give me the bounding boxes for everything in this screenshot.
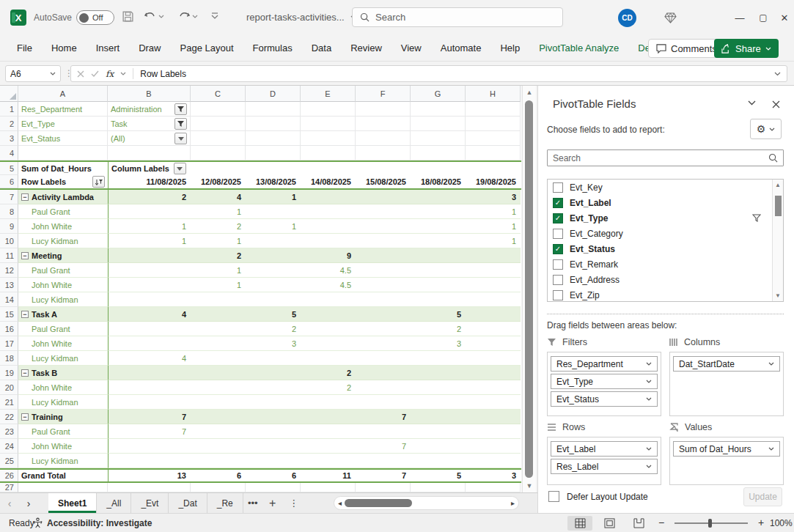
empty-cell[interactable] bbox=[466, 131, 521, 146]
empty-cell[interactable] bbox=[466, 117, 521, 131]
field-checkbox[interactable] bbox=[553, 259, 563, 270]
pivot-value-cell[interactable] bbox=[191, 307, 246, 322]
avatar[interactable]: CD bbox=[618, 9, 636, 27]
empty-cell[interactable] bbox=[108, 146, 191, 160]
pivot-value-cell[interactable] bbox=[191, 424, 246, 439]
pivot-value-cell[interactable] bbox=[356, 424, 411, 439]
pivot-value-cell[interactable]: 4 bbox=[108, 351, 191, 366]
empty-cell[interactable] bbox=[301, 146, 356, 160]
fields-search-input[interactable]: Search bbox=[547, 149, 784, 166]
row-header-5[interactable]: 5 bbox=[0, 162, 18, 175]
pivot-row-label[interactable]: John White bbox=[18, 439, 108, 454]
pivot-value-cell[interactable] bbox=[108, 322, 191, 336]
save-icon[interactable] bbox=[122, 10, 134, 23]
autosave-toggle[interactable]: Off bbox=[76, 10, 114, 25]
row-header-18[interactable]: 18 bbox=[0, 351, 18, 366]
row-header-13[interactable]: 13 bbox=[0, 278, 18, 292]
pivot-value-cell[interactable] bbox=[301, 292, 356, 307]
pivot-value-cell[interactable] bbox=[356, 234, 411, 248]
pane-separator[interactable] bbox=[547, 314, 784, 314]
pivot-value-cell[interactable] bbox=[246, 424, 301, 439]
empty-cell[interactable] bbox=[246, 117, 301, 131]
pivot-value-cell[interactable] bbox=[108, 292, 191, 307]
pivot-value-cell[interactable] bbox=[108, 380, 191, 395]
pivot-value-cell[interactable] bbox=[411, 439, 466, 454]
area-filters-well[interactable]: Res_DepartmentEvt_TypeEvt_Status bbox=[547, 352, 661, 416]
search-input[interactable]: Search bbox=[352, 7, 563, 27]
pivot-value-cell[interactable] bbox=[246, 366, 301, 380]
pivot-value-cell[interactable]: 2 bbox=[301, 380, 356, 395]
column-header-B[interactable]: B bbox=[108, 86, 191, 102]
pivot-value-cell[interactable] bbox=[301, 190, 356, 204]
empty-cell[interactable] bbox=[246, 102, 301, 117]
pivot-value-cell[interactable] bbox=[108, 278, 191, 292]
pivot-value-cell[interactable] bbox=[301, 336, 356, 351]
pivot-value-cell[interactable] bbox=[356, 263, 411, 278]
pivot-value-cell[interactable] bbox=[466, 410, 521, 424]
zoom-level[interactable]: 100% bbox=[770, 518, 793, 528]
pivot-value-cell[interactable] bbox=[191, 351, 246, 366]
pivot-value-cell[interactable]: 3 bbox=[466, 470, 521, 481]
accessibility-icon[interactable] bbox=[32, 517, 43, 528]
pivot-value-cell[interactable] bbox=[411, 424, 466, 439]
empty-cell[interactable] bbox=[356, 483, 411, 492]
area-field-pill[interactable]: Sum of Dat_Hours bbox=[673, 441, 780, 457]
pivot-value-cell[interactable]: 1 bbox=[191, 234, 246, 248]
pivot-value-cell[interactable]: 4 bbox=[191, 190, 246, 204]
field-checkbox[interactable]: ✓ bbox=[553, 198, 563, 208]
pivot-value-cell[interactable] bbox=[466, 248, 521, 263]
row-header-9[interactable]: 9 bbox=[0, 219, 18, 234]
ribbon-tab-formulas[interactable]: Formulas bbox=[243, 35, 302, 61]
pivot-row-label[interactable]: John White bbox=[18, 380, 108, 395]
ribbon-tab-page-layout[interactable]: Page Layout bbox=[171, 35, 243, 61]
pivot-value-cell[interactable]: 7 bbox=[356, 470, 411, 481]
empty-cell[interactable] bbox=[466, 483, 521, 492]
pivot-value-cell[interactable]: 1 bbox=[108, 234, 191, 248]
empty-cell[interactable] bbox=[108, 483, 191, 492]
area-field-pill[interactable]: Res_Department bbox=[551, 356, 658, 372]
row-header-15[interactable]: 15 bbox=[0, 307, 18, 322]
pivot-value-cell[interactable] bbox=[466, 263, 521, 278]
pivot-value-cell[interactable] bbox=[356, 292, 411, 307]
pivot-value-cell[interactable] bbox=[466, 424, 521, 439]
pivot-value-cell[interactable] bbox=[301, 424, 356, 439]
pivot-value-cell[interactable] bbox=[246, 410, 301, 424]
column-header-H[interactable]: H bbox=[466, 86, 521, 102]
ribbon-tab-draw[interactable]: Draw bbox=[129, 35, 170, 61]
pivot-value-cell[interactable] bbox=[108, 439, 191, 454]
name-box[interactable]: A6 bbox=[5, 65, 61, 82]
horizontal-scroll-thumb[interactable] bbox=[345, 499, 412, 507]
empty-cell[interactable] bbox=[191, 483, 246, 492]
empty-cell[interactable] bbox=[191, 146, 246, 160]
pivot-cell[interactable] bbox=[191, 162, 246, 175]
pivot-row-label[interactable]: Lucy Kidman bbox=[18, 292, 108, 307]
scroll-down-icon[interactable]: ▼ bbox=[773, 292, 783, 299]
pivot-value-cell[interactable] bbox=[466, 322, 521, 336]
pivot-value-cell[interactable]: 1 bbox=[191, 263, 246, 278]
pivot-value-cell[interactable] bbox=[356, 351, 411, 366]
scroll-left-icon[interactable]: ◂ bbox=[338, 499, 342, 507]
pivot-value-cell[interactable] bbox=[356, 380, 411, 395]
pivot-value-cell[interactable] bbox=[191, 336, 246, 351]
pivot-date-header[interactable]: 14/08/2025 bbox=[301, 175, 356, 188]
pivot-value-cell[interactable] bbox=[356, 322, 411, 336]
sheet-tab-re[interactable]: _Re bbox=[207, 493, 243, 513]
pivot-value-cell[interactable] bbox=[301, 454, 356, 468]
pivot-value-cell[interactable] bbox=[108, 204, 191, 219]
row-header-22[interactable]: 22 bbox=[0, 410, 18, 424]
sheet-tab-all[interactable]: _All bbox=[97, 493, 131, 513]
pane-options-chevron-icon[interactable] bbox=[748, 100, 756, 106]
area-field-pill[interactable]: Res_Label bbox=[551, 459, 658, 474]
pivot-value-cell[interactable]: 11 bbox=[301, 470, 356, 481]
pivot-value-cell[interactable] bbox=[246, 380, 301, 395]
column-header-A[interactable]: A bbox=[18, 86, 108, 102]
empty-cell[interactable] bbox=[466, 102, 521, 117]
empty-cell[interactable] bbox=[301, 117, 356, 131]
empty-cell[interactable] bbox=[191, 131, 246, 146]
ribbon-tab-pivottable-analyze[interactable]: PivotTable Analyze bbox=[529, 35, 628, 61]
pivot-value-cell[interactable] bbox=[191, 380, 246, 395]
pivot-value-cell[interactable] bbox=[108, 366, 191, 380]
pivot-value-cell[interactable] bbox=[356, 454, 411, 468]
previous-sheet-icon[interactable]: ‹ bbox=[0, 493, 19, 513]
pivot-value-cell[interactable] bbox=[191, 322, 246, 336]
